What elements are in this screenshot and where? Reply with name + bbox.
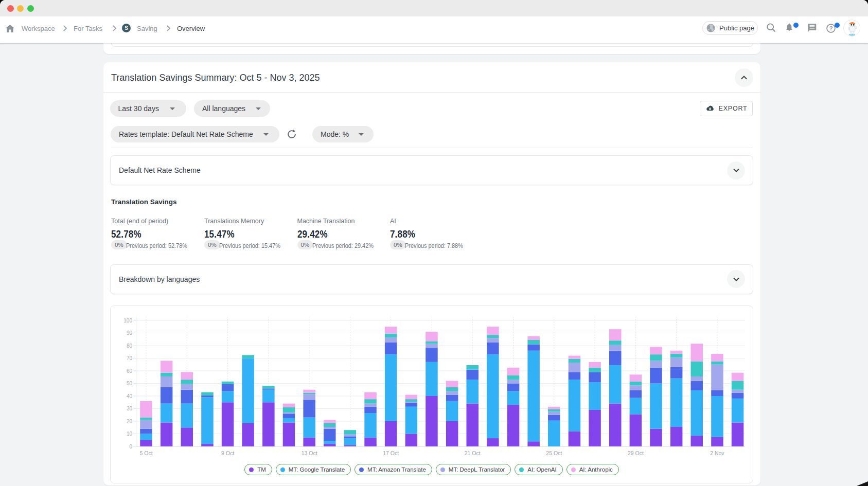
svg-text:?: ? [829,25,832,31]
svg-text:90: 90 [127,330,133,336]
svg-text:50: 50 [127,381,133,386]
svg-text:21 Oct: 21 Oct [465,450,481,456]
svg-text:13 Oct: 13 Oct [302,450,317,456]
svg-text:9 Oct: 9 Oct [221,450,234,456]
svg-text:29 Oct: 29 Oct [628,450,644,456]
svg-text:10: 10 [127,431,133,437]
svg-text:80: 80 [127,343,133,349]
svg-text:0: 0 [129,444,132,449]
svg-text:30: 30 [127,406,133,411]
svg-text:60: 60 [127,368,133,374]
svg-text:17 Oct: 17 Oct [383,450,399,456]
svg-text:20: 20 [127,419,133,424]
svg-text:100: 100 [123,318,132,323]
svg-text:2 Nov: 2 Nov [710,450,724,456]
svg-text:5 Oct: 5 Oct [139,450,152,456]
svg-text:70: 70 [127,355,133,361]
svg-text:40: 40 [127,393,133,399]
svg-text:25 Oct: 25 Oct [546,450,562,456]
